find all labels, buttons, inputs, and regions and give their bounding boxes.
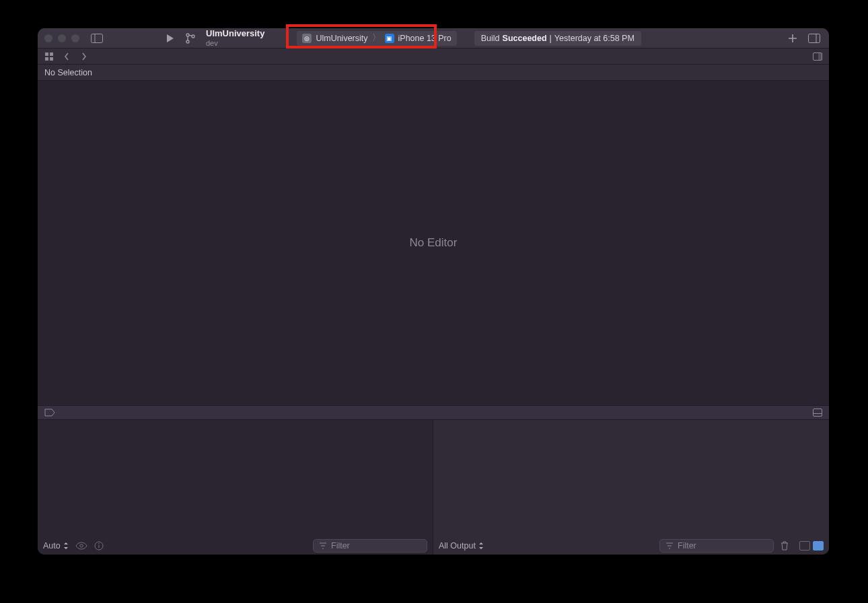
console-output-label: All Output — [439, 541, 476, 551]
no-editor-label: No Editor — [410, 236, 458, 250]
svg-point-19 — [98, 543, 100, 544]
scheme-destination-label: iPhone 13 Pro — [398, 34, 451, 43]
svg-rect-10 — [45, 57, 48, 61]
scheme-separator: 〉 — [372, 32, 381, 44]
zoom-window-button[interactable] — [71, 34, 79, 42]
status-detail: Yesterday at 6:58 PM — [554, 34, 635, 43]
svg-rect-11 — [50, 57, 53, 61]
status-result: Succeeded — [503, 34, 547, 43]
variables-filter-placeholder: Filter — [331, 541, 350, 551]
toolbar: UlmUniversity dev ◎ UlmUniversity 〉 ▣ iP… — [38, 28, 829, 48]
clear-console-button[interactable] — [781, 541, 789, 551]
close-window-button[interactable] — [44, 34, 52, 42]
console-footer: All Output Filter — [433, 537, 829, 555]
branch-icon[interactable] — [183, 31, 198, 46]
console-output-selector[interactable]: All Output — [439, 541, 484, 551]
debug-area: Auto Filter All Output — [38, 420, 829, 555]
svg-rect-14 — [813, 409, 822, 417]
svg-rect-8 — [45, 52, 48, 56]
scheme-target-label: UlmUniversity — [316, 34, 367, 43]
no-selection-label: No Selection — [44, 68, 92, 77]
window-traffic-lights — [44, 34, 79, 42]
library-add-button[interactable] — [785, 31, 801, 46]
svg-rect-0 — [92, 34, 103, 42]
svg-point-5 — [192, 35, 194, 38]
console-filter-placeholder: Filter — [678, 541, 696, 551]
svg-rect-6 — [809, 34, 820, 42]
svg-point-3 — [186, 34, 189, 36]
info-icon[interactable] — [94, 541, 104, 551]
status-prefix: Build — [481, 34, 500, 43]
console-view: All Output Filter — [433, 420, 829, 555]
show-console-toggle[interactable] — [813, 541, 824, 551]
editor-area: No Editor — [38, 81, 829, 405]
related-items-button[interactable] — [43, 52, 55, 61]
minimize-window-button[interactable] — [58, 34, 66, 42]
debug-bar — [38, 405, 829, 420]
simulator-icon: ▣ — [385, 34, 394, 43]
variables-view: Auto Filter — [38, 420, 433, 555]
svg-rect-9 — [50, 52, 53, 56]
svg-marker-2 — [167, 34, 174, 42]
toggle-debug-area-button[interactable] — [813, 409, 822, 417]
console-filter-input[interactable]: Filter — [659, 539, 774, 553]
nav-forward-button[interactable] — [78, 52, 90, 61]
svg-point-4 — [186, 40, 189, 43]
toggle-navigator-button[interactable] — [89, 32, 105, 44]
variables-filter-input[interactable]: Filter — [313, 539, 427, 553]
editor-layout-button[interactable] — [811, 52, 824, 61]
scheme-selector[interactable]: ◎ UlmUniversity 〉 ▣ iPhone 13 Pro — [297, 31, 456, 46]
status-separator: | — [550, 34, 552, 43]
toggle-inspectors-button[interactable] — [806, 31, 822, 46]
svg-point-16 — [80, 544, 83, 547]
jump-bar — [38, 48, 829, 65]
project-branch-label: dev — [206, 39, 264, 47]
app-icon: ◎ — [302, 34, 312, 43]
variables-scope-label: Auto — [43, 541, 61, 551]
activity-status[interactable]: Build Succeeded | Yesterday at 6:58 PM — [474, 31, 641, 46]
breakpoint-icon[interactable] — [44, 409, 55, 417]
quicklook-icon[interactable] — [75, 542, 87, 550]
debug-pane-toggles — [799, 541, 824, 551]
run-button[interactable] — [163, 31, 178, 46]
project-name-label: UlmUniversity — [206, 29, 264, 38]
xcode-window: UlmUniversity dev ◎ UlmUniversity 〉 ▣ iP… — [38, 28, 829, 555]
path-bar: No Selection — [38, 65, 829, 81]
variables-scope-selector[interactable]: Auto — [43, 541, 69, 551]
show-variables-toggle[interactable] — [799, 541, 810, 551]
variables-footer: Auto Filter — [38, 537, 433, 555]
nav-back-button[interactable] — [61, 52, 73, 61]
project-title: UlmUniversity dev — [206, 29, 264, 46]
svg-rect-13 — [818, 52, 822, 60]
